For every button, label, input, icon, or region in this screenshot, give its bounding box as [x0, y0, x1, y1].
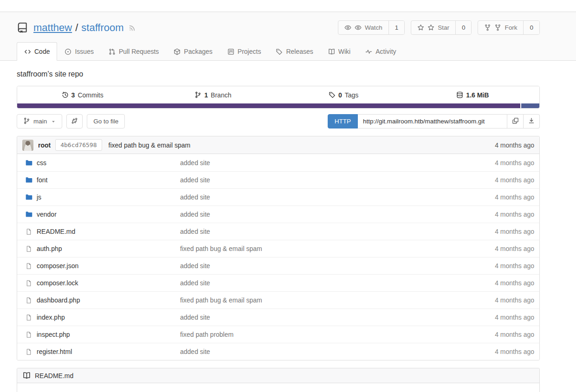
file-commit-message[interactable]: fixed path problem	[180, 331, 455, 338]
action-count[interactable]: 0	[455, 21, 472, 34]
file-commit-message[interactable]: added site	[180, 193, 455, 201]
repo-link[interactable]: staffroom	[81, 22, 123, 34]
file-commit-time: 4 months ago	[455, 331, 534, 338]
tab-activity[interactable]: Activity	[358, 42, 403, 61]
tab-releases[interactable]: Releases	[268, 42, 320, 61]
stat-branch[interactable]: 1Branch	[148, 91, 278, 99]
table-row[interactable]: css added site 4 months ago	[17, 154, 539, 171]
file-name-link[interactable]: js	[37, 193, 41, 201]
file-commit-message[interactable]: added site	[180, 211, 455, 218]
table-row[interactable]: index.php added site 4 months ago	[17, 308, 539, 326]
clone-url-input[interactable]	[358, 114, 507, 129]
file-icon	[25, 297, 32, 304]
compare-button[interactable]	[66, 114, 83, 129]
download-button[interactable]	[524, 114, 540, 129]
table-row[interactable]: dashboard.php fixed path bug & email spa…	[17, 291, 539, 308]
go-to-file-button[interactable]: Go to file	[87, 114, 125, 129]
copy-url-button[interactable]	[507, 114, 524, 129]
file-name-link[interactable]: composer.lock	[37, 279, 78, 287]
stat-tags[interactable]: 0Tags	[278, 91, 409, 99]
tab-code[interactable]: Code	[17, 42, 57, 61]
chevron-down-icon	[51, 119, 56, 124]
file-commit-message[interactable]: added site	[180, 159, 455, 167]
readme-title: README.md	[35, 372, 73, 379]
repo-actions: Watch 1 Star 0 Fork 0	[338, 20, 540, 35]
file-name-link[interactable]: composer.json	[37, 262, 78, 270]
file-name-link[interactable]: auth.php	[37, 245, 62, 252]
file-commit-message[interactable]: added site	[180, 279, 455, 287]
branch-selector[interactable]: main	[17, 114, 62, 129]
stat-commits[interactable]: 3Commits	[17, 91, 148, 99]
file-commit-message[interactable]: added site	[180, 228, 455, 235]
table-row[interactable]: register.html added site 4 months ago	[17, 343, 539, 360]
file-rows: css added site 4 months ago font added s…	[17, 154, 539, 360]
tab-packages[interactable]: Packages	[166, 42, 220, 61]
language-segment-php[interactable]	[521, 103, 539, 108]
fork-button[interactable]: Fork 0	[478, 20, 540, 35]
repo-description: staffroom's site repo	[17, 70, 540, 78]
file-table: root 4b6cd76598 fixed path bug & email s…	[17, 136, 540, 360]
tab-issues[interactable]: Issues	[57, 42, 101, 61]
table-row[interactable]: inspect.php fixed path problem 4 months …	[17, 326, 539, 343]
table-row[interactable]: js added site 4 months ago	[17, 188, 539, 206]
rss-icon[interactable]	[129, 24, 136, 32]
repo-tabs: CodeIssuesPull RequestsPackagesProjectsR…	[17, 42, 540, 60]
table-row[interactable]: font added site 4 months ago	[17, 171, 539, 188]
action-count[interactable]: 0	[523, 21, 539, 34]
file-icon	[25, 245, 32, 252]
file-commit-time: 4 months ago	[455, 348, 534, 355]
commit-time: 4 months ago	[495, 141, 534, 149]
tab-projects[interactable]: Projects	[220, 42, 269, 61]
download-icon	[528, 117, 535, 125]
latest-commit-row: root 4b6cd76598 fixed path bug & email s…	[17, 136, 539, 154]
folder-icon	[25, 211, 32, 218]
top-strip	[0, 0, 576, 12]
file-commit-time: 4 months ago	[455, 314, 534, 321]
language-segment-css[interactable]	[17, 103, 520, 108]
file-commit-message[interactable]: fixed path bug & email spam	[180, 296, 455, 304]
file-commit-message[interactable]: added site	[180, 314, 455, 321]
watch-button[interactable]: Watch 1	[338, 20, 405, 35]
file-commit-message[interactable]: fixed path bug & email spam	[180, 245, 455, 252]
file-commit-time: 4 months ago	[455, 211, 534, 218]
file-commit-time: 4 months ago	[455, 193, 534, 201]
commit-author[interactable]: root	[38, 141, 51, 149]
file-commit-message[interactable]: added site	[180, 262, 455, 270]
page-title: matthew / staffroom	[33, 22, 124, 34]
stat-size[interactable]: 1.6 MiB	[409, 91, 539, 99]
file-commit-time: 4 months ago	[455, 296, 534, 304]
file-commit-message[interactable]: added site	[180, 176, 455, 184]
table-row[interactable]: composer.lock added site 4 months ago	[17, 274, 539, 291]
folder-icon	[25, 176, 32, 184]
commit-message[interactable]: fixed path bug & email spam	[109, 141, 191, 149]
file-name-link[interactable]: README.md	[37, 228, 75, 235]
language-bar[interactable]	[17, 103, 539, 108]
file-commit-time: 4 months ago	[455, 176, 534, 184]
file-icon	[25, 263, 32, 270]
table-row[interactable]: composer.json added site 4 months ago	[17, 257, 539, 274]
readme-content	[17, 383, 539, 392]
file-name-link[interactable]: font	[37, 176, 47, 184]
file-name-link[interactable]: css	[37, 159, 46, 167]
file-name-link[interactable]: vendor	[37, 211, 57, 218]
file-commit-time: 4 months ago	[455, 228, 534, 235]
commit-sha-badge[interactable]: 4b6cd76598	[55, 139, 102, 151]
table-row[interactable]: vendor added site 4 months ago	[17, 206, 539, 223]
http-protocol-button[interactable]: HTTP	[328, 114, 358, 129]
file-name-link[interactable]: index.php	[37, 314, 65, 321]
file-commit-time: 4 months ago	[455, 245, 534, 252]
file-name-link[interactable]: register.html	[37, 348, 72, 355]
star-button[interactable]: Star 0	[411, 20, 472, 35]
table-row[interactable]: README.md added site 4 months ago	[17, 223, 539, 240]
branch-name: main	[33, 118, 47, 125]
tab-wiki[interactable]: Wiki	[321, 42, 358, 61]
tab-pull-requests[interactable]: Pull Requests	[101, 42, 166, 61]
table-row[interactable]: auth.php fixed path bug & email spam 4 m…	[17, 240, 539, 257]
file-name-link[interactable]: dashboard.php	[37, 296, 80, 304]
file-name-link[interactable]: inspect.php	[37, 331, 70, 338]
avatar[interactable]	[22, 140, 33, 151]
owner-link[interactable]: matthew	[33, 22, 72, 34]
folder-icon	[25, 193, 32, 201]
file-commit-message[interactable]: added site	[180, 348, 455, 355]
action-count[interactable]: 1	[388, 21, 405, 34]
